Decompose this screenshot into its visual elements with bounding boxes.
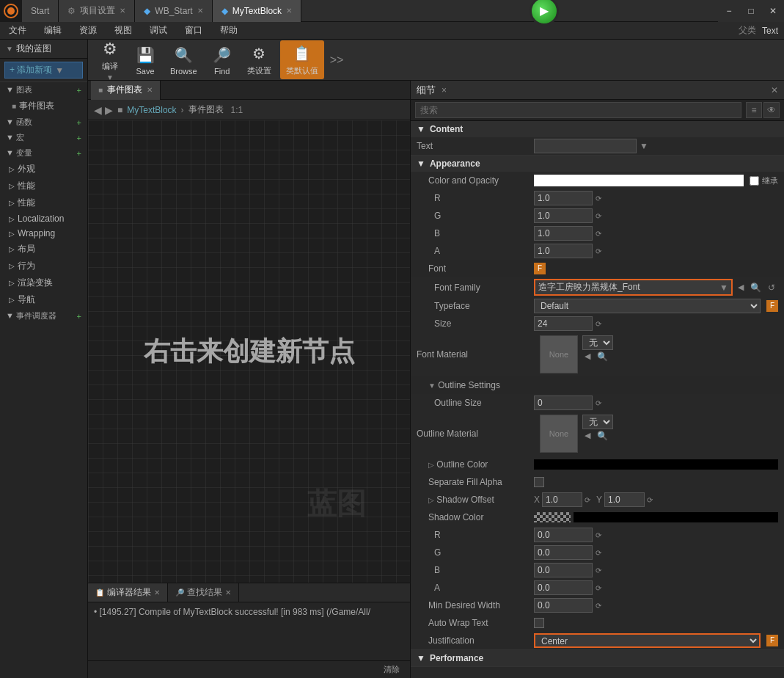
sidebar-item-navigation[interactable]: ▷ 导航 bbox=[0, 291, 87, 308]
tab-project-settings-close[interactable]: ✕ bbox=[120, 7, 125, 15]
min-desired-width-spin[interactable]: ⟳ bbox=[596, 602, 601, 610]
g-spin[interactable]: ⟳ bbox=[596, 212, 601, 220]
font-family-dropdown[interactable]: ▼ bbox=[719, 282, 728, 293]
add-graph-button[interactable]: + bbox=[77, 86, 81, 95]
toolbar-browse-button[interactable]: 🔍 Browse bbox=[164, 42, 203, 79]
shadow-r-spin[interactable]: ⟳ bbox=[596, 531, 601, 539]
close-button[interactable]: ✕ bbox=[762, 0, 784, 22]
font-material-search-icon[interactable]: 🔍 bbox=[596, 351, 609, 362]
add-function-button[interactable]: + bbox=[77, 118, 81, 127]
b-input[interactable] bbox=[534, 226, 593, 241]
bottom-tab-compiler-results[interactable]: 📋 编译器结果 ✕ bbox=[88, 583, 168, 602]
inherit-checkbox[interactable] bbox=[750, 176, 759, 186]
menu-view[interactable]: 视图 bbox=[111, 23, 135, 38]
menu-edit[interactable]: 编辑 bbox=[41, 23, 65, 38]
a-input[interactable] bbox=[534, 244, 593, 258]
shadow-y-spin[interactable]: ⟳ bbox=[647, 496, 653, 504]
color-bar[interactable] bbox=[534, 175, 744, 186]
shadow-b-spin[interactable]: ⟳ bbox=[596, 566, 601, 575]
font-family-reset-icon[interactable]: ↺ bbox=[765, 282, 778, 293]
add-new-item-button[interactable]: + 添加新项 ▼ bbox=[4, 62, 83, 79]
add-event-dispatcher-button[interactable]: + bbox=[77, 312, 81, 321]
breadcrumb-root[interactable]: MyTextBlock bbox=[127, 105, 176, 115]
toolbar-class-settings-button[interactable]: ⚙ 类设置 bbox=[241, 40, 277, 79]
sidebar-item-layout[interactable]: ▷ 布局 bbox=[0, 241, 87, 258]
min-desired-width-input[interactable] bbox=[534, 598, 593, 613]
sidebar-item-event-graph[interactable]: ■ 事件图表 bbox=[0, 98, 87, 114]
breadcrumb-back[interactable]: ◀ bbox=[94, 104, 102, 116]
content-section-header[interactable]: ▼ Content bbox=[411, 121, 784, 137]
appearance-section-header[interactable]: ▼ Appearance bbox=[411, 156, 784, 172]
minimize-button[interactable]: − bbox=[718, 0, 740, 22]
font-family-back-arrow[interactable]: ◀ bbox=[736, 282, 746, 292]
maximize-button[interactable]: □ bbox=[740, 0, 762, 22]
search-input[interactable] bbox=[415, 102, 741, 118]
tab-project-settings[interactable]: ⚙ 项目设置 ✕ bbox=[59, 0, 135, 22]
outline-color-expand[interactable]: ▷ bbox=[428, 461, 434, 469]
shadow-offset-expand[interactable]: ▷ bbox=[428, 496, 434, 504]
size-input[interactable] bbox=[534, 316, 593, 331]
clear-log-button[interactable]: 清除 bbox=[379, 663, 404, 677]
shadow-x-spin[interactable]: ⟳ bbox=[585, 496, 590, 504]
bottom-tab-find-close[interactable]: ✕ bbox=[225, 588, 231, 597]
separate-fill-alpha-checkbox[interactable] bbox=[534, 477, 544, 487]
sidebar-item-wrapping[interactable]: ▷ Wrapping bbox=[0, 226, 87, 241]
right-panel-close-button[interactable]: ✕ bbox=[771, 85, 778, 95]
list-view-button[interactable]: ≡ bbox=[746, 102, 762, 118]
tab-wb-start-close[interactable]: ✕ bbox=[197, 7, 203, 15]
toolbar-find-button[interactable]: 🔎 Find bbox=[206, 42, 238, 79]
outline-material-select[interactable]: 无 bbox=[582, 415, 613, 429]
shadow-x-input[interactable] bbox=[542, 492, 582, 507]
shadow-y-input[interactable] bbox=[604, 492, 645, 507]
add-variable-button[interactable]: + bbox=[77, 149, 81, 158]
eye-icon[interactable]: 👁 bbox=[763, 102, 780, 118]
editor-tab-close[interactable]: ✕ bbox=[147, 86, 153, 94]
sidebar-item-behavior[interactable]: ▷ 行为 bbox=[0, 258, 87, 274]
text-input[interactable] bbox=[534, 139, 637, 153]
tab-mytextblock[interactable]: ◆ MyTextBlock ✕ bbox=[213, 0, 301, 22]
tab-start[interactable]: Start bbox=[22, 0, 59, 22]
font-family-search-icon[interactable]: 🔍 bbox=[749, 282, 762, 293]
bottom-tab-find-results[interactable]: 🔎 查找结果 ✕ bbox=[168, 583, 239, 602]
add-macro-button[interactable]: + bbox=[77, 134, 81, 142]
toolbar-save-button[interactable]: 💾 Save bbox=[129, 42, 161, 79]
shadow-color-checker[interactable] bbox=[534, 512, 571, 522]
menu-help[interactable]: 帮助 bbox=[217, 23, 241, 38]
toolbar-compile-button[interactable]: ⚙ 编译 ▼ bbox=[94, 40, 126, 84]
sidebar-item-appearance-ext[interactable]: ▷ 外观 bbox=[0, 161, 87, 178]
font-material-back-arrow[interactable]: ◀ bbox=[582, 351, 593, 362]
sidebar-item-performance[interactable]: ▷ 性能 bbox=[0, 178, 87, 194]
menu-window[interactable]: 窗口 bbox=[182, 23, 205, 38]
g-input[interactable] bbox=[534, 208, 593, 223]
shadow-b-input[interactable] bbox=[534, 563, 593, 577]
tab-wb-start[interactable]: ◆ WB_Start ✕ bbox=[135, 0, 212, 22]
r-spin[interactable]: ⟳ bbox=[596, 194, 601, 203]
outline-material-back-arrow[interactable]: ◀ bbox=[582, 431, 593, 441]
breadcrumb-forward[interactable]: ▶ bbox=[105, 104, 113, 116]
tab-mytextblock-close[interactable]: ✕ bbox=[286, 7, 292, 15]
menu-resource[interactable]: 资源 bbox=[76, 23, 100, 38]
sidebar-item-appearance[interactable]: ▷ 性能 bbox=[0, 194, 87, 211]
outline-size-input[interactable] bbox=[534, 396, 593, 410]
b-spin[interactable]: ⟳ bbox=[596, 230, 601, 238]
outline-material-search-icon[interactable]: 🔍 bbox=[596, 431, 609, 441]
performance-section-header[interactable]: ▼ Performance bbox=[411, 650, 784, 666]
auto-wrap-text-checkbox[interactable] bbox=[534, 618, 544, 628]
toolbar-class-defaults-button[interactable]: 📋 类默认值 bbox=[280, 40, 324, 79]
a-spin[interactable]: ⟳ bbox=[596, 247, 601, 255]
bottom-tab-compiler-close[interactable]: ✕ bbox=[154, 588, 160, 597]
font-material-select[interactable]: 无 bbox=[582, 335, 613, 350]
text-dropdown-arrow[interactable]: ▼ bbox=[640, 141, 648, 151]
shadow-g-spin[interactable]: ⟳ bbox=[596, 549, 601, 557]
shadow-g-input[interactable] bbox=[534, 545, 593, 560]
sidebar-item-localization[interactable]: ▷ Localization bbox=[0, 211, 87, 226]
r-input[interactable] bbox=[534, 191, 593, 205]
shadow-a-input[interactable] bbox=[534, 580, 593, 595]
menu-file[interactable]: 文件 bbox=[6, 23, 29, 38]
shadow-r-input[interactable] bbox=[534, 528, 593, 542]
editor-tab-event-graph[interactable]: ■ 事件图表 ✕ bbox=[91, 81, 161, 100]
outline-size-spin[interactable]: ⟳ bbox=[596, 399, 601, 407]
toolbar-expander[interactable]: >> bbox=[330, 54, 344, 67]
font-family-field[interactable]: 造字工房映力黑规体_Font ▼ bbox=[534, 279, 733, 296]
typeface-select[interactable]: Default bbox=[534, 299, 761, 313]
